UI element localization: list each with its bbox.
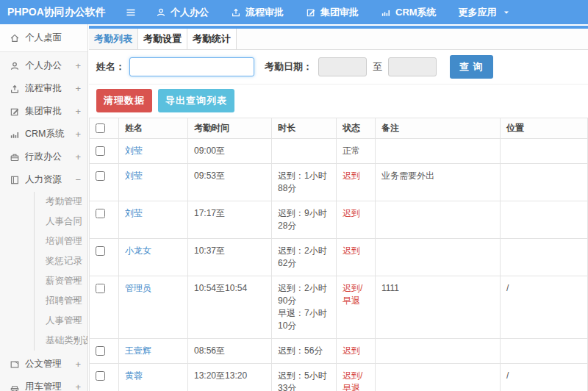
- menu-icon: [125, 7, 137, 18]
- duration-cell: 迟到：56分: [272, 339, 337, 364]
- topnav-item-3[interactable]: CRM系统: [381, 6, 437, 19]
- employee-name-link[interactable]: 小龙女: [125, 245, 151, 256]
- employee-name-link[interactable]: 黄蓉: [125, 370, 143, 381]
- app-logo: PHPOA协同办公软件: [0, 6, 116, 19]
- sidebar-item-8[interactable]: 用车管理+: [0, 376, 87, 391]
- row-checkbox[interactable]: [96, 346, 105, 356]
- employee-name-link[interactable]: 刘莹: [125, 146, 143, 156]
- sidebar-item-5[interactable]: 行政办公+: [0, 146, 87, 168]
- employee-name-link[interactable]: 管理员: [125, 283, 151, 293]
- expand-toggle-icon: +: [74, 295, 79, 305]
- briefcase-icon: [10, 152, 20, 162]
- sidebar-subitem-6-7[interactable]: 基础类别设置+: [35, 331, 87, 351]
- remark-cell: 1111: [376, 276, 501, 339]
- sidebar-item-0[interactable]: 个人桌面: [0, 24, 87, 52]
- column-header-0: 姓名: [119, 118, 188, 139]
- sidebar-item-7[interactable]: 公文管理+: [0, 353, 87, 376]
- main-content: 考勤列表考勤设置考勤统计 姓名： 考勤日期： 至 查 询 清理数据 导出查询列表…: [89, 24, 588, 391]
- table-row: 刘莹17:17至迟到：9小时28分迟到: [90, 201, 588, 239]
- sidebar-subitem-6-5[interactable]: 招聘管理+: [35, 291, 87, 311]
- tab-2[interactable]: 考勤统计: [187, 29, 237, 49]
- row-checkbox[interactable]: [96, 209, 105, 218]
- duration-cell: 迟到：2小时62分: [272, 239, 337, 276]
- sidebar-subitem-label: 人事合同: [46, 216, 82, 226]
- approve-icon: [306, 7, 316, 18]
- sidebar-item-4[interactable]: CRM系统+: [0, 123, 87, 146]
- row-checkbox[interactable]: [96, 146, 105, 156]
- attendance-time-cell: 17:17至: [188, 201, 272, 239]
- actions-row: 清理数据 导出查询列表: [89, 85, 588, 118]
- approve-icon: [10, 107, 20, 117]
- expand-toggle-icon: +: [75, 106, 81, 117]
- topnav-item-4[interactable]: 更多应用: [459, 6, 512, 19]
- topnav-item-label: 个人办公: [171, 6, 209, 19]
- table-row: 管理员10:54至10:54迟到：2小时90分 早退：7小时10分迟到/早退11…: [90, 276, 588, 339]
- sidebar-subitem-6-2[interactable]: 培训管理: [35, 232, 87, 251]
- table-body: 刘莹09:00至正常刘莹09:53至迟到：1小时88分迟到业务需要外出刘莹17:…: [90, 139, 588, 391]
- sidebar-subitem-label: 考勤管理: [46, 196, 82, 207]
- car-icon: [10, 382, 20, 391]
- status-cell: 迟到: [337, 239, 376, 276]
- sidebar-item-1[interactable]: 个人办公+: [0, 54, 87, 77]
- expand-toggle-icon: +: [75, 359, 81, 370]
- employee-name-link[interactable]: 刘莹: [125, 171, 143, 181]
- sidebar-item-label: 流程审批: [25, 82, 62, 95]
- sidebar-subitem-label: 培训管理: [46, 236, 82, 246]
- topnav-item-2[interactable]: 集团审批: [306, 6, 359, 19]
- location-cell: [501, 339, 588, 364]
- workflow-icon: [231, 7, 241, 18]
- row-checkbox[interactable]: [96, 284, 105, 293]
- row-checkbox[interactable]: [96, 171, 105, 181]
- sidebar-subitem-6-1[interactable]: 人事合同: [35, 212, 87, 232]
- duration-cell: 迟到：1小时88分: [272, 164, 337, 201]
- remark-cell: [376, 339, 501, 364]
- tab-1[interactable]: 考勤设置: [138, 29, 187, 49]
- table-row: 刘莹09:00至正常: [90, 139, 588, 164]
- attendance-time-cell: 09:53至: [188, 164, 272, 201]
- duration-cell: [272, 139, 337, 164]
- date-from-input[interactable]: [318, 57, 367, 76]
- expand-toggle-icon: +: [74, 315, 79, 325]
- sidebar-item-3[interactable]: 集团审批+: [0, 100, 87, 123]
- status-cell: 迟到: [337, 164, 376, 201]
- row-checkbox[interactable]: [96, 246, 105, 256]
- attendance-time-cell: 10:54至10:54: [188, 276, 272, 339]
- topnav-item-1[interactable]: 流程审批: [231, 6, 284, 19]
- status-cell: 迟到: [337, 201, 376, 239]
- date-filter-label: 考勤日期：: [265, 60, 312, 73]
- employee-name-link[interactable]: 刘莹: [125, 208, 143, 218]
- date-to-input[interactable]: [388, 57, 437, 76]
- sidebar-item-label: 用车管理: [25, 381, 62, 391]
- export-list-button[interactable]: 导出查询列表: [158, 89, 234, 112]
- sidebar-subitem-6-6[interactable]: 人事管理+: [35, 311, 87, 331]
- name-filter-input[interactable]: [129, 57, 254, 76]
- query-button[interactable]: 查 询: [450, 55, 493, 79]
- hr-icon: [10, 175, 20, 185]
- header-checkbox[interactable]: [96, 123, 105, 133]
- remark-cell: [376, 201, 501, 239]
- employee-name-link[interactable]: 王壹辉: [125, 345, 151, 356]
- sidebar-subitem-6-3[interactable]: 奖惩记录: [35, 251, 87, 271]
- user-icon: [10, 61, 20, 71]
- chart-icon: [10, 129, 20, 140]
- sidebar-item-6[interactable]: 人力资源−: [0, 168, 87, 191]
- duration-cell: 迟到：5小时33分 早退：4小时67分: [272, 364, 337, 391]
- top-nav: 个人办公流程审批集团审批CRM系统更多应用: [156, 6, 512, 19]
- sidebar-item-label: 集团审批: [25, 105, 62, 118]
- tab-0[interactable]: 考勤列表: [89, 29, 138, 49]
- attendance-time-cell: 10:37至: [188, 239, 272, 276]
- menu-toggle-button[interactable]: [116, 7, 146, 18]
- sidebar-subitem-6-4[interactable]: 薪资管理+: [35, 271, 87, 291]
- date-to-label: 至: [373, 60, 382, 73]
- sidebar-item-label: 行政办公: [25, 151, 62, 163]
- name-filter-label: 姓名：: [96, 60, 125, 73]
- remark-cell: 业务需要外出: [376, 164, 501, 201]
- sidebar-item-2[interactable]: 流程审批+: [0, 77, 87, 100]
- topnav-item-0[interactable]: 个人办公: [156, 6, 209, 19]
- sidebar-subitem-6-0[interactable]: 考勤管理: [35, 192, 87, 212]
- table-row: 刘莹09:53至迟到：1小时88分迟到业务需要外出: [90, 164, 588, 201]
- clear-data-button[interactable]: 清理数据: [96, 89, 152, 112]
- row-checkbox[interactable]: [96, 371, 105, 381]
- status-cell: 迟到/早退: [337, 364, 376, 391]
- sidebar-item-label: CRM系统: [25, 128, 64, 140]
